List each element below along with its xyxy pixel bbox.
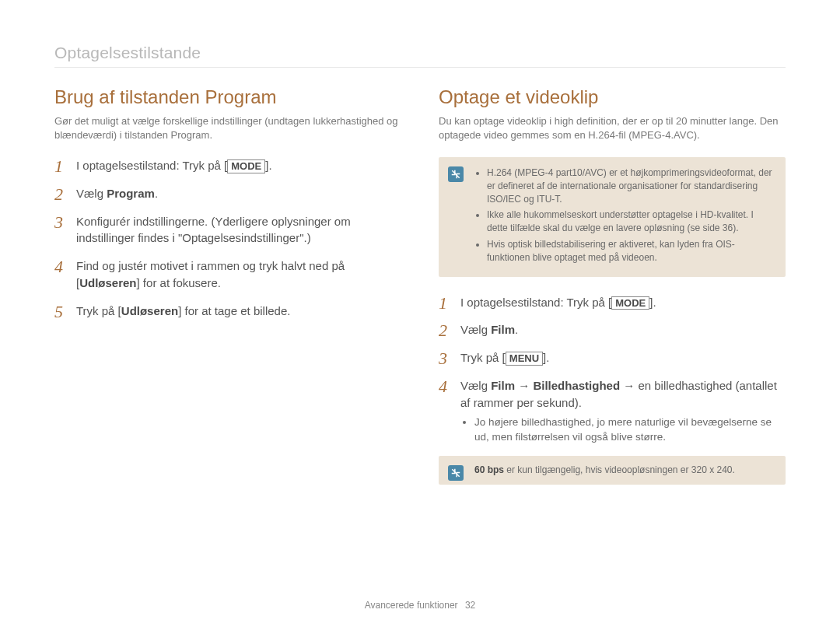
note-box-1: H.264 (MPEG-4 part10/AVC) er et højkompr… <box>439 157 786 277</box>
step-text: I optagelsestilstand: Tryk på [ <box>460 296 611 309</box>
bold-term: Program <box>107 187 155 200</box>
note-item: H.264 (MPEG-4 part10/AVC) er et højkompr… <box>487 166 775 205</box>
footer-section: Avancerede funktioner <box>365 600 458 611</box>
left-step-2: Vælg Program. <box>54 185 401 202</box>
sub-bullet-list: Jo højere billedhastighed, jo mere natur… <box>460 415 786 445</box>
step-text: ]. <box>649 296 656 309</box>
step-text: ] for at fokusere. <box>137 276 221 289</box>
arrow: → <box>515 379 533 392</box>
left-step-3: Konfigurér indstillingerne. (Yderligere … <box>54 213 401 247</box>
left-step-4: Find og justér motivet i rammen og tryk … <box>54 257 401 292</box>
mode-button-label: MODE <box>227 159 265 173</box>
step-text: I optagelsestilstand: Tryk på [ <box>76 159 227 172</box>
step-text: Tryk på [ <box>460 351 506 364</box>
right-steps: I optagelsestilstand: Tryk på [MODE]. Væ… <box>439 294 786 446</box>
step-text: Konfigurér indstillingerne. (Yderligere … <box>76 215 351 245</box>
bold-term: Film <box>491 379 515 392</box>
left-intro: Gør det muligt at vælge forskellige inds… <box>54 114 401 142</box>
step-text: ] for at tage et billede. <box>178 304 290 317</box>
note-box-2: 60 bps er kun tilgængelig, hvis videoopl… <box>439 456 786 485</box>
note-icon <box>448 465 464 481</box>
note-icon <box>448 166 464 182</box>
step-text: ]. <box>543 351 549 364</box>
left-title: Brug af tilstanden Program <box>54 86 401 108</box>
right-title: Optage et videoklip <box>439 86 786 108</box>
page-footer: Avancerede funktioner 32 <box>0 600 840 611</box>
note-list: H.264 (MPEG-4 part10/AVC) er et højkompr… <box>474 166 775 264</box>
manual-page: Optagelsestilstande Brug af tilstanden P… <box>0 0 840 634</box>
right-step-2: Vælg Film. <box>439 321 786 338</box>
step-text: Vælg <box>460 323 491 336</box>
bold-term: 60 bps <box>474 464 504 475</box>
right-step-3: Tryk på [MENU]. <box>439 349 786 366</box>
right-step-4: Vælg Film → Billedhastighed → en billedh… <box>439 377 786 445</box>
right-intro: Du kan optage videoklip i high definitio… <box>439 114 786 142</box>
left-step-5: Tryk på [Udløseren] for at tage et bille… <box>54 303 401 320</box>
note-text-rest: er kun tilgængelig, hvis videoopløsninge… <box>504 464 735 475</box>
left-step-1: I optagelsestilstand: Tryk på [MODE]. <box>54 157 401 174</box>
two-column-layout: Brug af tilstanden Program Gør det mulig… <box>54 86 786 502</box>
left-steps: I optagelsestilstand: Tryk på [MODE]. Væ… <box>54 157 401 319</box>
header-divider <box>54 67 786 68</box>
note-item: Hvis optisk billedstabilisering er aktiv… <box>487 238 775 264</box>
step-text: . <box>155 187 158 200</box>
left-column: Brug af tilstanden Program Gør det mulig… <box>54 86 401 502</box>
bold-term: Udløseren <box>79 276 136 289</box>
sub-bullet: Jo højere billedhastighed, jo mere natur… <box>474 415 786 445</box>
step-text: Tryk på [ <box>76 304 121 317</box>
step-text: ]. <box>265 159 271 172</box>
right-column: Optage et videoklip Du kan optage videok… <box>439 86 786 502</box>
step-text: Vælg <box>460 379 491 392</box>
step-text: Vælg <box>76 187 107 200</box>
bold-term: Billedhastighed <box>533 379 620 392</box>
page-number: 32 <box>465 600 475 611</box>
menu-button-label: MENU <box>506 352 543 366</box>
mode-button-label: MODE <box>611 296 649 310</box>
bold-term: Film <box>491 323 515 336</box>
page-header: Optagelsestilstande <box>54 44 786 62</box>
bold-term: Udløseren <box>121 304 178 317</box>
right-step-1: I optagelsestilstand: Tryk på [MODE]. <box>439 294 786 311</box>
note-text: 60 bps er kun tilgængelig, hvis videoopl… <box>474 464 775 477</box>
step-text: . <box>515 323 518 336</box>
note-item: Ikke alle hukommelseskort understøtter o… <box>487 208 775 235</box>
